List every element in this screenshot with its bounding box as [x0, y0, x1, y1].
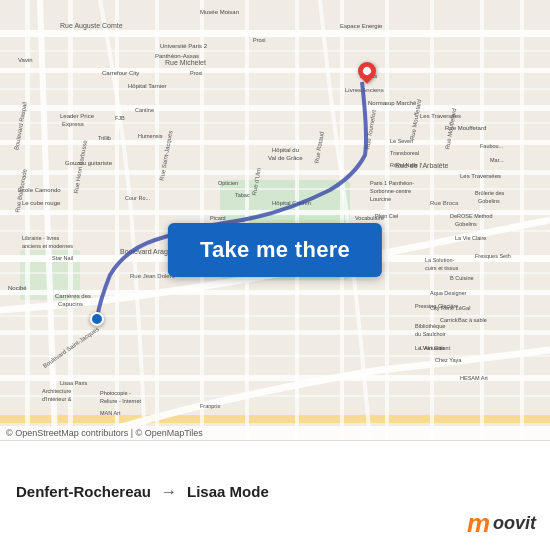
- svg-rect-21: [340, 0, 344, 440]
- svg-text:Architecture: Architecture: [42, 388, 71, 394]
- svg-text:Transboreal: Transboreal: [390, 150, 419, 156]
- svg-text:Vocabulaire: Vocabulaire: [355, 215, 384, 221]
- svg-text:Gobelins: Gobelins: [478, 198, 500, 204]
- svg-rect-22: [385, 0, 389, 440]
- svg-text:Les Traversées: Les Traversées: [460, 173, 501, 179]
- svg-rect-27: [0, 88, 550, 90]
- svg-rect-3: [0, 415, 550, 423]
- svg-text:Nocibé: Nocibé: [8, 285, 27, 291]
- svg-rect-16: [115, 0, 119, 440]
- svg-text:Pressing Glacière: Pressing Glacière: [415, 303, 458, 309]
- svg-text:Proxi: Proxi: [190, 70, 203, 76]
- svg-text:Sorbonne-centre: Sorbonne-centre: [370, 188, 411, 194]
- svg-text:Vavin: Vavin: [18, 57, 33, 63]
- origin-pin: [90, 312, 104, 326]
- svg-text:Norma: Norma: [368, 100, 387, 106]
- svg-text:Tabac: Tabac: [235, 192, 250, 198]
- svg-text:La Solution-: La Solution-: [425, 257, 455, 263]
- svg-text:Gobelins: Gobelins: [455, 221, 477, 227]
- svg-text:Rue Michelet: Rue Michelet: [165, 59, 206, 66]
- svg-text:anciens et modernes: anciens et modernes: [22, 243, 73, 249]
- svg-text:sup Marché: sup Marché: [385, 100, 417, 106]
- svg-text:Humensis: Humensis: [138, 133, 163, 139]
- svg-text:Musée Moisan: Musée Moisan: [200, 9, 239, 15]
- map-container: Rue Auguste Comte Rue Michelet Boulevard…: [0, 0, 550, 440]
- svg-text:Lisaa Paris: Lisaa Paris: [60, 380, 87, 386]
- svg-rect-14: [25, 0, 30, 440]
- svg-text:Le Seven: Le Seven: [390, 138, 413, 144]
- svg-rect-24: [480, 0, 484, 440]
- svg-text:Cantine: Cantine: [135, 107, 154, 113]
- moovit-text: oovit: [493, 513, 536, 534]
- svg-text:École Camondo: École Camondo: [18, 187, 61, 193]
- svg-text:Panthéon-Assas: Panthéon-Assas: [155, 53, 199, 59]
- svg-text:Faubou...: Faubou...: [480, 143, 504, 149]
- svg-text:L'Alouette: L'Alouette: [420, 345, 444, 351]
- svg-text:Trillib: Trillib: [98, 135, 111, 141]
- svg-rect-26: [0, 50, 550, 52]
- svg-text:La Vie Claire: La Vie Claire: [455, 235, 486, 241]
- moovit-logo-area: m oovit: [467, 510, 536, 536]
- origin-label: Denfert-Rochereau: [16, 483, 151, 500]
- svg-text:Aqua Designer: Aqua Designer: [430, 290, 467, 296]
- route-arrow: →: [161, 483, 177, 501]
- svg-text:Cour Ro...: Cour Ro...: [125, 195, 151, 201]
- svg-text:Opticien: Opticien: [218, 180, 238, 186]
- svg-rect-4: [0, 30, 550, 37]
- svg-text:Fresques Seth: Fresques Seth: [475, 253, 511, 259]
- svg-text:Star Nail: Star Nail: [52, 255, 73, 261]
- svg-rect-6: [0, 105, 550, 111]
- bottom-bar: Denfert-Rochereau → Lisaa Mode m oovit: [0, 440, 550, 550]
- svg-text:Val de Grâce: Val de Grâce: [268, 155, 303, 161]
- svg-text:Reliure - Internet: Reliure - Internet: [100, 398, 141, 404]
- svg-rect-12: [0, 330, 550, 335]
- svg-text:Bac à sable: Bac à sable: [458, 317, 487, 323]
- svg-rect-33: [0, 355, 550, 357]
- moovit-m-letter: m: [467, 510, 490, 536]
- svg-rect-25: [520, 0, 524, 440]
- svg-text:Librairie - livres: Librairie - livres: [22, 235, 60, 241]
- svg-text:Bibliothèque: Bibliothèque: [415, 323, 445, 329]
- svg-text:Carrefour City: Carrefour City: [102, 70, 139, 76]
- map-attribution: © OpenStreetMap contributors | © OpenMap…: [0, 426, 550, 440]
- svg-text:DeROSE Method: DeROSE Method: [450, 213, 493, 219]
- svg-text:Rue Broca: Rue Broca: [430, 200, 459, 206]
- svg-text:Hôpital Tarnier: Hôpital Tarnier: [128, 83, 167, 89]
- svg-text:Mar...: Mar...: [490, 157, 504, 163]
- svg-text:Hôpital du: Hôpital du: [272, 147, 299, 153]
- svg-text:Leader Price: Leader Price: [60, 113, 95, 119]
- svg-text:Picard: Picard: [210, 215, 226, 221]
- svg-text:Chez Yaya: Chez Yaya: [435, 357, 462, 363]
- map-background: Rue Auguste Comte Rue Michelet Boulevard…: [0, 0, 550, 440]
- svg-text:Proxi: Proxi: [253, 37, 266, 43]
- svg-text:Gouzou guitariste: Gouzou guitariste: [65, 160, 113, 166]
- svg-text:Photocopie -: Photocopie -: [100, 390, 131, 396]
- svg-text:Franprix: Franprix: [200, 403, 220, 409]
- svg-text:d'Intérieur &: d'Intérieur &: [42, 396, 72, 402]
- svg-text:Capucins: Capucins: [58, 301, 83, 307]
- svg-text:Rue Auguste Comte: Rue Auguste Comte: [60, 22, 123, 30]
- svg-rect-29: [0, 188, 550, 190]
- svg-text:Carrières des: Carrières des: [55, 293, 91, 299]
- svg-text:Express: Express: [62, 121, 84, 127]
- svg-text:Paris 1 Panthéon-: Paris 1 Panthéon-: [370, 180, 414, 186]
- svg-text:cuirs et tissus: cuirs et tissus: [425, 265, 459, 271]
- svg-rect-18: [200, 0, 204, 440]
- svg-rect-15: [68, 0, 73, 440]
- svg-text:Royal Nails: Royal Nails: [390, 162, 418, 168]
- svg-rect-34: [0, 395, 550, 397]
- svg-text:du Saulchoir: du Saulchoir: [415, 331, 446, 337]
- svg-text:HESAM Art: HESAM Art: [460, 375, 488, 381]
- take-me-there-button[interactable]: Take me there: [168, 223, 382, 277]
- svg-text:Les Traversées: Les Traversées: [420, 113, 461, 119]
- svg-text:Lourcine: Lourcine: [370, 196, 391, 202]
- svg-text:Brûlerie des: Brûlerie des: [475, 190, 505, 196]
- svg-text:B Cuisine: B Cuisine: [450, 275, 474, 281]
- svg-text:MAN Art: MAN Art: [100, 410, 121, 416]
- svg-text:FJB: FJB: [115, 115, 125, 121]
- svg-text:Espace Energie: Espace Energie: [340, 23, 383, 29]
- svg-text:Le cube rouge: Le cube rouge: [22, 200, 61, 206]
- moovit-logo: m oovit: [467, 510, 536, 536]
- svg-rect-5: [0, 68, 550, 73]
- svg-rect-17: [155, 0, 159, 440]
